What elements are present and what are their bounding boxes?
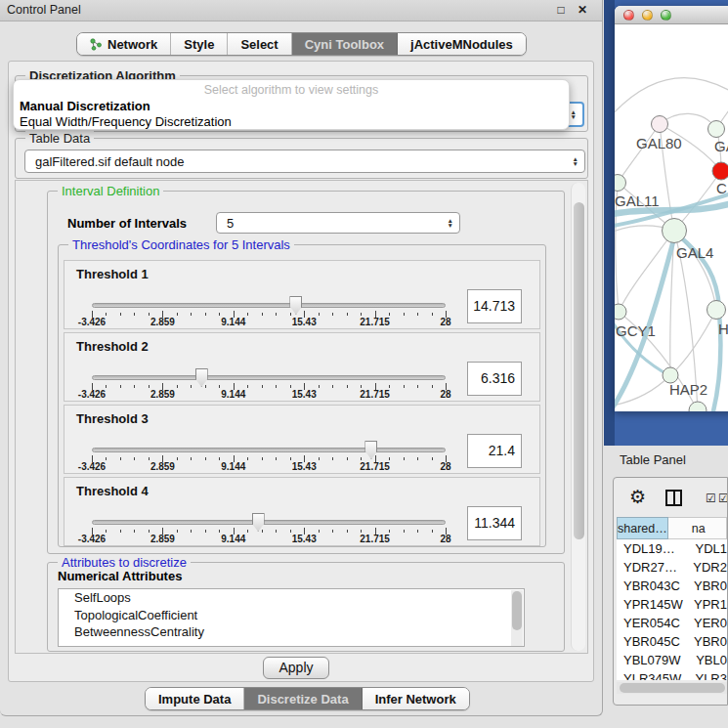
threshold-value-field[interactable]: 6.316 [467,362,522,396]
table-row[interactable]: YPR145WYPR1 [617,595,727,614]
attributes-list-scrollbar[interactable] [511,590,523,647]
tick-mark [205,313,206,316]
network-view-window: GAL80GACGAL11GAL4GCY1HHAP2 [615,6,728,411]
threshold-slider-track[interactable] [92,303,446,308]
tab-discretize-data[interactable]: Discretize Data [244,688,362,709]
attribute-list-item[interactable]: SelfLoops [59,589,524,607]
option-equal-width-frequency[interactable]: Equal Width/Frequency Discretization [20,114,232,129]
column-header-shared-name[interactable]: shared… [617,517,668,539]
column-view-icon[interactable] [665,490,682,506]
mac-zoom-button[interactable] [661,10,671,21]
GCY1-node[interactable] [615,304,626,320]
threshold-value-field[interactable]: 21.4 [467,434,522,468]
cell-name[interactable]: YPR1 [687,595,727,614]
cell-name[interactable]: YLR3 [688,669,727,680]
tick-mark [247,385,248,388]
table-row[interactable]: YER054CYER0 [617,614,727,632]
option-manual-discretization[interactable]: Manual Discretization [20,99,150,113]
attribute-list-item[interactable]: BetweennessCentrality [59,623,524,641]
apply-button[interactable]: Apply [263,657,329,679]
tick-mark [332,457,333,460]
network-edge[interactable] [615,78,728,117]
table-horizontal-scrollbar[interactable] [617,682,727,694]
table-row[interactable]: YLR345WYLR3 [617,669,727,680]
numerical-attributes-list[interactable]: SelfLoopsTopologicalCoefficientBetweenne… [58,588,525,647]
red-node[interactable] [712,162,728,180]
GAL3-node[interactable] [708,121,725,138]
tick-mark [404,457,405,460]
tick-mark [177,457,178,460]
mac-minimize-button[interactable] [642,10,653,21]
GAL4-node[interactable] [663,219,687,243]
float-window-button[interactable]: □ [553,2,569,18]
tab-network[interactable]: Network [77,33,171,55]
tick-label: 9.144 [221,389,245,400]
table-row[interactable]: YDR27…YDR2 [617,558,727,577]
cell-shared-name[interactable]: YDR27… [617,558,686,577]
checkbox-icon[interactable]: ☑ [706,492,716,505]
table-row[interactable]: YDL19…YDL1 [617,539,727,558]
threshold-slider-track[interactable] [92,520,446,525]
H-node[interactable] [707,301,726,320]
table-row[interactable]: YBR045CYBR0 [617,632,727,651]
network-edge[interactable] [670,310,716,375]
tick-label: 21.715 [360,317,390,327]
mac-close-button[interactable] [623,10,634,21]
cell-name[interactable]: YBL0 [689,651,727,669]
tick-label: -3.426 [78,461,106,472]
cell-shared-name[interactable]: YBR043C [617,577,687,595]
number-of-intervals-select[interactable]: 5 ▲▼ [216,212,460,234]
network-edge[interactable] [618,124,660,183]
table-data-select[interactable]: galFiltered.sif default node ▲▼ [24,150,585,173]
network-canvas[interactable]: GAL80GACGAL11GAL4GCY1HHAP2 [615,24,728,411]
tick-mark [290,530,291,533]
threshold-panel: Threshold 1 -3.4262.8599.14415.4321.7152… [64,260,540,329]
tab-jactivemnodules[interactable]: jActiveMNodules [398,33,526,55]
cell-name[interactable]: YDR2 [686,558,727,577]
tick-mark [332,313,333,316]
tab-cyni-toolbox[interactable]: Cyni Toolbox [292,33,398,55]
cell-name[interactable]: YER0 [687,614,727,632]
cell-shared-name[interactable]: YLR345W [617,669,688,680]
cell-name[interactable]: YDL1 [688,539,727,558]
checkbox-icon[interactable]: ☑ [718,492,728,505]
cell-name[interactable]: YBR0 [687,632,727,651]
gear-icon[interactable]: ⚙ [629,486,646,508]
tab-infer-network[interactable]: Infer Network [363,688,469,709]
cell-shared-name[interactable]: YER054C [617,614,687,632]
tab-impute-data[interactable]: Impute Data [146,688,244,709]
column-header-name[interactable]: na [668,517,727,539]
tab-network-label: Network [107,37,157,52]
combo-arrows-icon: ▲▼ [573,150,578,172]
tick-mark [120,385,121,388]
close-window-button[interactable]: ✕ [575,2,590,18]
tick-mark [276,385,277,388]
cell-shared-name[interactable]: YBL079W [617,651,689,669]
settings-vertical-scrollbar[interactable] [571,183,585,651]
attribute-list-item[interactable]: TopologicalCoefficient [59,607,524,624]
threshold-value-field[interactable]: 14.713 [467,289,522,323]
slider-tick-labels: -3.4262.8599.14415.4321.71528 [92,461,446,473]
number-of-intervals-value: 5 [227,213,234,233]
table-row[interactable]: YBL079WYBL0 [617,651,727,669]
tick-mark [276,530,277,533]
tab-style[interactable]: Style [171,33,228,55]
tick-mark [134,457,135,460]
control-panel-window: Control Panel □ ✕ Network Style Select [0,0,603,716]
bottom-node[interactable] [689,402,707,411]
tick-mark [432,385,433,388]
threshold-slider-track[interactable] [92,375,446,380]
threshold-value-field[interactable]: 11.344 [467,506,522,540]
thresholds-group-title: Threshold's Coordinates for 5 Intervals [68,237,294,252]
tick-label: 2.859 [150,534,175,544]
cell-shared-name[interactable]: YPR145W [617,595,687,614]
cell-shared-name[interactable]: YBR045C [617,632,687,651]
cell-shared-name[interactable]: YDL19… [617,539,688,558]
threshold-slider-track[interactable] [92,448,446,452]
tick-mark [149,313,150,316]
cell-name[interactable]: YBR0 [687,577,727,595]
tab-select[interactable]: Select [228,33,291,55]
network-edge[interactable] [660,113,716,129]
table-row[interactable]: YBR043CYBR0 [617,577,727,595]
GAL80-node[interactable] [652,116,668,133]
